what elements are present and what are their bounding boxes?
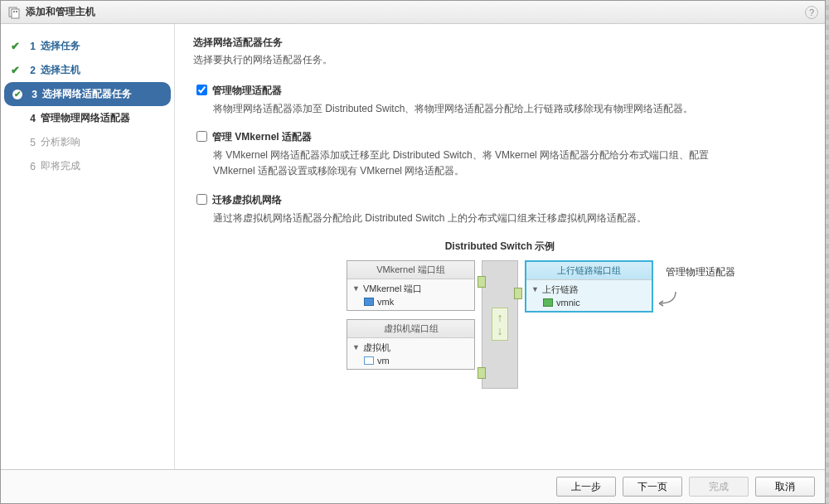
option-desc: 将 VMkernel 网络适配器添加或迁移至此 Distributed Swit… xyxy=(213,148,744,179)
triangle-icon: ▼ xyxy=(531,285,539,293)
step-6: ✔ 6 即将完成 xyxy=(1,154,174,178)
background-strip xyxy=(826,0,829,504)
step-5: ✔ 5 分析影响 xyxy=(1,130,174,154)
checkbox-migrate-vm[interactable] xyxy=(196,194,207,205)
port-icon xyxy=(478,367,486,379)
wizard-dialog: 添加和管理主机 ? ✔ 1 选择任务 ✔ 2 选择主机 ✔ 3 选择网络适配器任… xyxy=(0,0,826,504)
wizard-footer: 上一步 下一页 完成 取消 xyxy=(1,469,825,503)
option-manage-physical: 管理物理适配器 将物理网络适配器添加至 Distributed Switch、将… xyxy=(193,84,807,117)
arrow-up-icon: ↑ xyxy=(497,312,503,323)
help-icon[interactable]: ? xyxy=(805,6,818,19)
port-icon xyxy=(478,276,486,288)
vm-portgroup-panel: 虚拟机端口组 ▼虚拟机 vm xyxy=(347,319,475,370)
step-4: ✔ 4 管理物理网络适配器 xyxy=(1,106,174,130)
panel-header: VMkernel 端口组 xyxy=(347,261,474,279)
option-desc: 将物理网络适配器添加至 Distributed Switch、将物理网络适配器分… xyxy=(213,101,744,117)
arrow-down-icon: ↓ xyxy=(497,325,503,337)
panel-header: 虚拟机端口组 xyxy=(347,320,474,338)
check-icon: ✔ xyxy=(9,65,21,76)
distributed-switch-box: ↑ ↓ xyxy=(482,260,518,389)
vm-icon xyxy=(364,356,374,365)
panel-header: 上行链路端口组 xyxy=(526,262,652,280)
wizard-content: 选择网络适配器任务 选择要执行的网络适配器任务。 管理物理适配器 将物理网络适配… xyxy=(175,24,825,469)
option-migrate-vm: 迁移虚拟机网络 通过将虚拟机网络适配器分配给此 Distributed Swit… xyxy=(193,193,807,226)
port-icon xyxy=(514,288,522,299)
svg-rect-1 xyxy=(12,9,19,18)
diagram-area: Distributed Switch 示例 VMkernel 端口组 ▼VMke… xyxy=(193,240,807,389)
tree-label: 虚拟机 xyxy=(363,342,390,354)
next-button[interactable]: 下一页 xyxy=(623,477,682,497)
step-2[interactable]: ✔ 2 选择主机 xyxy=(1,58,174,82)
checkbox-manage-physical[interactable] xyxy=(196,85,207,95)
option-desc: 通过将虚拟机网络适配器分配给此 Distributed Switch 上的分布式… xyxy=(213,211,744,226)
dialog-title: 添加和管理主机 xyxy=(26,5,805,19)
checkbox-manage-vmkernel[interactable] xyxy=(196,131,207,142)
svg-rect-3 xyxy=(16,11,17,12)
diagram-title: Distributed Switch 示例 xyxy=(193,240,807,254)
svg-rect-2 xyxy=(13,11,15,12)
uplink-portgroup-panel: 上行链路端口组 ▼上行链路 vmnic xyxy=(525,260,653,313)
page-heading: 选择网络适配器任务 xyxy=(193,36,807,50)
hosts-icon xyxy=(7,6,21,19)
option-label: 迁移虚拟机网络 xyxy=(212,193,282,207)
nic-icon xyxy=(364,298,374,306)
finish-button: 完成 xyxy=(689,477,749,497)
switch-arrows: ↑ ↓ xyxy=(492,308,508,341)
option-label: 管理物理适配器 xyxy=(212,84,282,98)
tree-label: vm xyxy=(377,356,390,366)
vmkernel-portgroup-panel: VMkernel 端口组 ▼VMkernel 端口 vmk xyxy=(347,260,475,311)
tree-label: 上行链路 xyxy=(542,284,579,296)
triangle-icon: ▼ xyxy=(352,284,360,293)
dvs-diagram: VMkernel 端口组 ▼VMkernel 端口 vmk 虚拟机端口组 ▼虚拟… xyxy=(347,260,653,389)
option-label: 管理 VMkernel 适配器 xyxy=(212,130,312,144)
pnic-icon xyxy=(543,298,553,307)
tree-label: vmk xyxy=(377,297,394,307)
cancel-button[interactable]: 取消 xyxy=(755,477,815,497)
check-icon: ✔ xyxy=(9,41,21,52)
titlebar: 添加和管理主机 ? xyxy=(1,1,825,24)
back-button[interactable]: 上一步 xyxy=(556,477,616,497)
callout-arrow-icon xyxy=(656,290,677,307)
page-subtitle: 选择要执行的网络适配器任务。 xyxy=(193,53,807,67)
tree-label: vmnic xyxy=(556,298,580,308)
callout-label: 管理物理适配器 xyxy=(666,265,735,279)
check-icon: ✔ xyxy=(12,90,22,99)
option-manage-vmkernel: 管理 VMkernel 适配器 将 VMkernel 网络适配器添加或迁移至此 … xyxy=(193,130,807,179)
triangle-icon: ▼ xyxy=(352,343,360,351)
step-3[interactable]: ✔ 3 选择网络适配器任务 xyxy=(4,82,171,106)
tree-label: VMkernel 端口 xyxy=(363,283,423,295)
wizard-steps-sidebar: ✔ 1 选择任务 ✔ 2 选择主机 ✔ 3 选择网络适配器任务 ✔ 4 管理物理… xyxy=(1,24,175,469)
step-1[interactable]: ✔ 1 选择任务 xyxy=(1,34,174,58)
